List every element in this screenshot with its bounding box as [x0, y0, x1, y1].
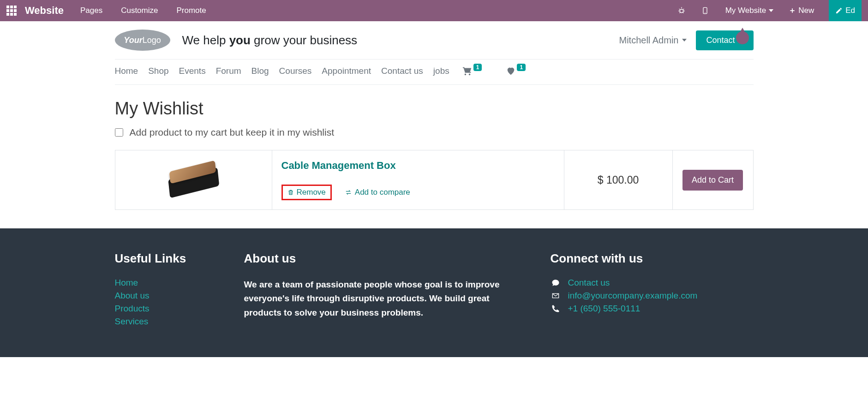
bug-icon[interactable] [677, 6, 686, 15]
nav-contact-us[interactable]: Contact us [381, 66, 423, 76]
admin-bar: Website Pages Customize Promote My Websi… [0, 0, 868, 21]
edit-button[interactable]: Ed [829, 0, 862, 21]
nav-blog[interactable]: Blog [251, 66, 269, 76]
menu-customize[interactable]: Customize [121, 6, 158, 15]
svg-point-0 [680, 9, 683, 13]
keep-row: Add product to my cart but keep it in my… [115, 127, 754, 138]
table-row: Cable Management Box Remove Add to compa… [115, 150, 753, 210]
caret-down-icon [682, 39, 687, 42]
footer: Useful Links Home About us Products Serv… [0, 228, 868, 357]
new-label: New [798, 6, 814, 15]
tagline: We help you grow your business [182, 33, 358, 48]
exchange-icon [345, 189, 352, 196]
logo-sub: Logo [143, 36, 161, 45]
heart-icon [506, 66, 516, 76]
my-website-label: My Website [725, 6, 766, 15]
keep-in-wishlist-label: Add product to my cart but keep it in my… [130, 127, 335, 138]
product-image[interactable] [168, 161, 219, 197]
caret-down-icon [769, 9, 773, 12]
contact-us-button[interactable]: Contact U [696, 30, 753, 50]
site-header: YourLogo We help you grow your business … [115, 21, 754, 60]
add-to-compare-link[interactable]: Add to compare [345, 188, 410, 197]
connect-phone-link[interactable]: +1 (650) 555-0111 [568, 304, 641, 314]
remove-button[interactable]: Remove [281, 185, 332, 200]
user-name: Mitchell Admin [619, 35, 679, 46]
logo-main: Your [124, 36, 142, 45]
footer-link-about[interactable]: About us [115, 291, 226, 301]
edit-label: Ed [845, 6, 855, 15]
keep-in-wishlist-checkbox[interactable] [115, 128, 123, 137]
nav-shop[interactable]: Shop [148, 66, 168, 76]
remove-label: Remove [297, 188, 326, 197]
new-button[interactable]: New [789, 6, 814, 15]
connect-title: Connect with us [551, 251, 754, 266]
about-text: We are a team of passionate people whose… [244, 278, 503, 320]
product-price: $ 100.00 [564, 150, 672, 210]
compare-label: Add to compare [355, 188, 410, 197]
product-image-cell [115, 150, 272, 210]
apps-icon[interactable] [6, 6, 17, 16]
nav-appointment[interactable]: Appointment [322, 66, 371, 76]
my-website-dropdown[interactable]: My Website [725, 6, 774, 15]
footer-useful-links: Useful Links Home About us Products Serv… [115, 251, 226, 329]
footer-connect: Connect with us Contact us info@yourcomp… [551, 251, 754, 329]
connect-contact-link[interactable]: Contact us [568, 278, 610, 288]
wishlist-badge: 1 [517, 64, 526, 71]
site-nav: Home Shop Events Forum Blog Courses Appo… [115, 60, 754, 85]
footer-link-home[interactable]: Home [115, 278, 226, 288]
wishlist-table: Cable Management Box Remove Add to compa… [115, 150, 754, 210]
footer-about: About us We are a team of passionate peo… [244, 251, 503, 329]
page-title: My Wishlist [115, 99, 754, 119]
footer-link-services[interactable]: Services [115, 316, 226, 327]
user-dropdown[interactable]: Mitchell Admin [619, 35, 687, 46]
cart-badge: 1 [473, 64, 482, 71]
nav-jobs[interactable]: jobs [433, 66, 449, 76]
site-logo[interactable]: YourLogo [115, 30, 170, 51]
speech-icon [551, 279, 561, 287]
nav-home[interactable]: Home [115, 66, 138, 76]
wishlist-link[interactable]: 1 [506, 66, 526, 76]
product-name-link[interactable]: Cable Management Box [281, 160, 555, 172]
app-brand[interactable]: Website [25, 5, 64, 17]
trash-icon [287, 189, 294, 196]
add-to-cart-button[interactable]: Add to Cart [682, 170, 743, 191]
footer-link-products[interactable]: Products [115, 304, 226, 314]
envelope-icon [551, 292, 561, 299]
cart-cell: Add to Cart [672, 150, 753, 210]
main-content: My Wishlist Add product to my cart but k… [115, 85, 754, 228]
about-title: About us [244, 251, 503, 266]
cart-link[interactable]: 1 [462, 66, 482, 76]
menu-pages[interactable]: Pages [80, 6, 102, 15]
mobile-icon[interactable] [701, 6, 709, 15]
connect-email-link[interactable]: info@yourcompany.example.com [568, 291, 698, 301]
nav-courses[interactable]: Courses [279, 66, 312, 76]
cart-icon [462, 66, 473, 76]
phone-icon [551, 305, 561, 313]
product-info-cell: Cable Management Box Remove Add to compa… [272, 150, 564, 210]
useful-links-title: Useful Links [115, 251, 226, 266]
menu-promote[interactable]: Promote [176, 6, 206, 15]
nav-forum[interactable]: Forum [216, 66, 241, 76]
nav-events[interactable]: Events [179, 66, 206, 76]
